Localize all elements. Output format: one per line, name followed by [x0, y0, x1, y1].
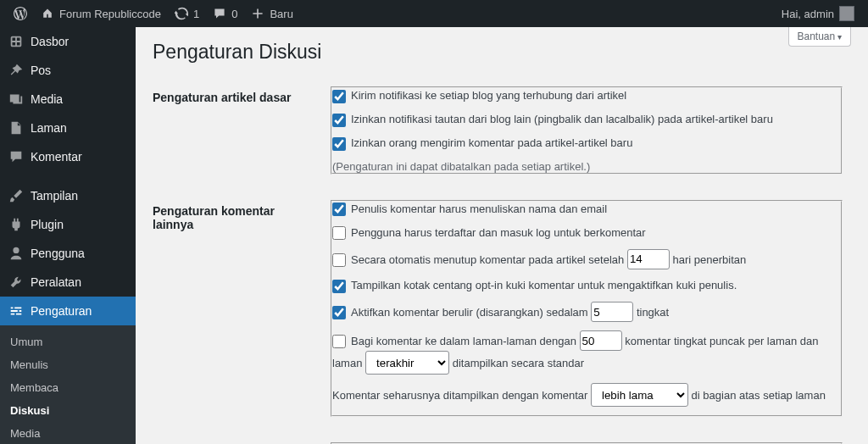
media-icon [8, 92, 24, 107]
submenu-media[interactable]: Media [0, 422, 136, 444]
menu-media[interactable]: Media [0, 85, 136, 114]
new-content-link[interactable]: Baru [244, 0, 299, 27]
menu-settings[interactable]: Pengaturan [0, 297, 136, 325]
wrench-icon [8, 275, 24, 290]
content-area: Bantuan Pengaturan Diskusi Pengaturan ar… [136, 27, 868, 444]
menu-posts[interactable]: Pos [0, 56, 136, 85]
avatar [839, 6, 854, 21]
site-name-text: Forum Republiccode [59, 8, 161, 20]
heading-other-comments: Pengaturan komentar lainnya [153, 187, 322, 430]
wp-logo[interactable] [7, 0, 34, 27]
comments-count: 0 [231, 8, 237, 20]
brush-icon [8, 188, 24, 203]
plus-icon [251, 7, 264, 20]
input-comments-per-page[interactable] [580, 330, 622, 351]
menu-plugins[interactable]: Plugin [0, 210, 136, 239]
pin-icon [8, 63, 24, 78]
submenu-writing[interactable]: Menulis [0, 353, 136, 376]
cb-page-comments[interactable] [332, 335, 346, 348]
submenu-reading[interactable]: Membaca [0, 376, 136, 399]
comments-icon [8, 149, 24, 164]
cb-require-name-email[interactable] [332, 203, 346, 216]
select-comment-order[interactable]: lebih lama [591, 383, 688, 407]
comments-link[interactable]: 0 [206, 0, 244, 27]
updates-count: 1 [193, 8, 199, 20]
wordpress-icon [14, 7, 27, 20]
cb-close-comments[interactable] [332, 253, 346, 267]
admin-sidebar: Dasbor Pos Media Laman Komentar Tampilan… [0, 27, 136, 444]
cb-pingback-notify[interactable] [332, 90, 346, 103]
home-icon [41, 7, 54, 20]
new-label: Baru [270, 8, 292, 20]
greeting-text: Hai, admin [782, 8, 834, 20]
heading-email-me: Kirimkan email pada saya setiap kali [153, 430, 322, 444]
sliders-icon [8, 303, 24, 319]
cb-allow-comments[interactable] [332, 137, 346, 151]
menu-appearance[interactable]: Tampilan [0, 181, 136, 210]
user-icon [8, 246, 24, 261]
plugin-icon [8, 217, 24, 232]
input-thread-depth[interactable] [591, 302, 633, 322]
menu-dashboard[interactable]: Dasbor [0, 27, 136, 56]
help-tab[interactable]: Bantuan [788, 27, 852, 47]
cb-allow-pings[interactable] [332, 114, 346, 127]
menu-comments[interactable]: Komentar [0, 142, 136, 171]
note-per-article: (Pengaturan ini dapat dibatalkan pada se… [332, 160, 841, 173]
cb-require-registration[interactable] [332, 226, 346, 240]
menu-pages[interactable]: Laman [0, 114, 136, 142]
account-link[interactable]: Hai, admin [775, 0, 861, 27]
comment-icon [213, 7, 226, 20]
menu-tools[interactable]: Peralatan [0, 268, 136, 297]
heading-default-article: Pengaturan artikel dasar [153, 74, 322, 187]
input-close-days[interactable] [627, 249, 670, 269]
submenu-discussion[interactable]: Diskusi [0, 399, 136, 422]
submenu-general[interactable]: Umum [0, 330, 136, 353]
settings-submenu: Umum Menulis Membaca Diskusi Media Perma… [0, 325, 136, 444]
cb-cookies-optin[interactable] [332, 280, 346, 293]
page-icon [8, 120, 24, 136]
admin-bar: Forum Republiccode 1 0 Baru Hai, admin [0, 0, 868, 27]
update-icon [175, 7, 188, 20]
page-title: Pengaturan Diskusi [153, 27, 851, 74]
updates-link[interactable]: 1 [168, 0, 206, 27]
site-name-link[interactable]: Forum Republiccode [34, 0, 168, 27]
select-default-page[interactable]: terakhir [365, 351, 449, 375]
dashboard-icon [8, 34, 24, 49]
menu-users[interactable]: Pengguna [0, 239, 136, 268]
cb-threaded-comments[interactable] [332, 306, 346, 319]
